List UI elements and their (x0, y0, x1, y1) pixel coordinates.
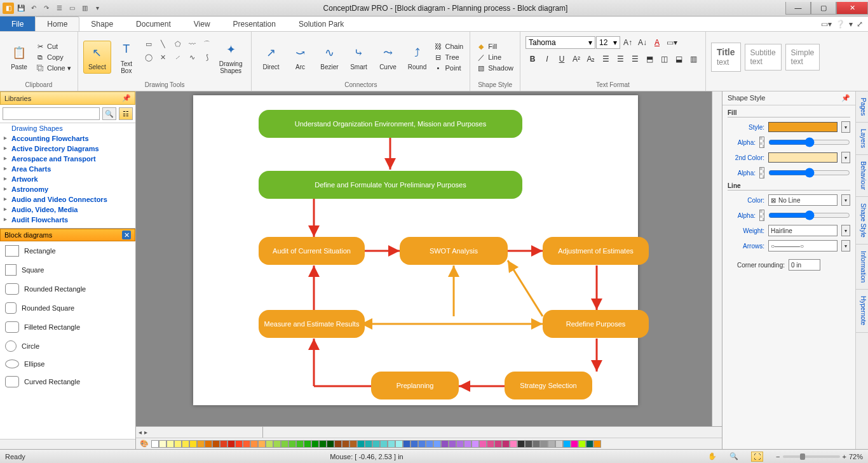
qat-undo-icon[interactable]: ↶ (28, 3, 39, 14)
page-tabs[interactable]: ◂▸ (136, 427, 263, 438)
color-swatch[interactable] (517, 440, 525, 448)
color-swatch[interactable] (563, 440, 571, 448)
direct-connector[interactable]: ↗Direct (257, 41, 285, 73)
lib-audio-video-media[interactable]: Audio, Video, Media (0, 205, 135, 215)
copy-button[interactable]: ⧉Copy (34, 52, 72, 62)
tool-arc2[interactable]: ⌒ (200, 37, 214, 50)
shadow-button[interactable]: ▧Shadow (475, 63, 515, 73)
fill-style-dd[interactable]: ▾ (841, 121, 850, 133)
underline-button[interactable]: U (555, 52, 569, 66)
font-color[interactable]: A (650, 36, 664, 50)
second-alpha-slider[interactable] (759, 167, 764, 178)
help-icon[interactable]: ❔ (836, 20, 845, 29)
color-swatch[interactable] (418, 440, 426, 448)
shape-square[interactable]: Square (0, 260, 135, 279)
file-tab[interactable]: File (0, 17, 35, 31)
color-swatch[interactable] (288, 440, 296, 448)
close-section-icon[interactable]: ✕ (122, 231, 131, 239)
search-button[interactable]: 🔍 (102, 107, 116, 120)
text-box-tool[interactable]: TText Box (112, 38, 140, 77)
qat-save-icon[interactable]: 💾 (15, 3, 27, 14)
collapse-ribbon-icon[interactable]: ▾ (849, 20, 853, 29)
lib-aerospace[interactable]: Aerospace and Transport (0, 154, 135, 164)
tab-solution-park[interactable]: Solution Park (287, 17, 355, 31)
maximize-button[interactable]: ▢ (811, 2, 836, 15)
color-swatch[interactable] (197, 440, 205, 448)
qat-btn-5[interactable]: ☰ (53, 3, 65, 14)
color-swatch[interactable] (266, 440, 273, 448)
color-swatch[interactable] (593, 440, 601, 448)
arc-connector[interactable]: ⤻Arc (286, 41, 314, 73)
node-define[interactable]: Define and Formulate Your Preliminary Pu… (259, 171, 522, 199)
color-swatch[interactable] (311, 440, 319, 448)
round-connector[interactable]: ⤴Round (403, 41, 431, 73)
zoom-slider[interactable] (783, 455, 840, 458)
color-swatch[interactable] (571, 440, 578, 448)
weight-dd[interactable]: ▾ (841, 225, 850, 236)
side-tab-hypernote[interactable]: Hypernote (856, 290, 868, 332)
shape-rounded-rectangle[interactable]: Rounded Rectangle (0, 279, 135, 299)
tab-view[interactable]: View (182, 17, 222, 31)
color-swatch[interactable] (227, 440, 235, 448)
shape-filleted-rectangle[interactable]: Filleted Rectangle (0, 318, 135, 337)
window-list-icon[interactable]: ▭▾ (821, 20, 832, 29)
color-swatch[interactable] (426, 440, 433, 448)
preset-title[interactable]: Titletext (711, 43, 741, 71)
grow-font[interactable]: A↑ (621, 36, 635, 50)
tool-ellipse[interactable]: ◯ (142, 51, 156, 64)
color-swatch[interactable] (525, 440, 532, 448)
line-color-dd[interactable]: ▾ (841, 194, 850, 206)
drawing-shapes-button[interactable]: ✦Drawing Shapes (215, 38, 247, 77)
horizontal-scrollbar[interactable] (263, 427, 722, 438)
color-swatch[interactable] (342, 440, 349, 448)
corner-rounding-field[interactable]: 0 in (789, 259, 820, 271)
qat-redo-icon[interactable]: ↷ (41, 3, 52, 14)
font-size-combo[interactable]: 12▾ (596, 36, 620, 49)
tool-bez[interactable]: ∿ (186, 51, 200, 64)
tool-seg[interactable]: ⟋ (171, 51, 185, 64)
color-swatch[interactable] (502, 440, 510, 448)
select-tool[interactable]: ↖Select (83, 41, 111, 74)
tab-home[interactable]: Home (35, 17, 79, 31)
color-swatch[interactable] (388, 440, 395, 448)
clone-button[interactable]: ⿻Clone ▾ (34, 63, 72, 73)
cut-button[interactable]: ✂Cut (34, 41, 72, 51)
color-swatch[interactable] (410, 440, 418, 448)
color-swatch[interactable] (205, 440, 212, 448)
color-swatch[interactable] (174, 440, 182, 448)
bold-button[interactable]: B (526, 52, 539, 66)
node-adjustment[interactable]: Adjustment of Estimates (543, 237, 649, 265)
color-swatch[interactable] (456, 440, 464, 448)
tool-poly[interactable]: ⬠ (171, 37, 185, 50)
align-right[interactable]: ☰ (628, 52, 642, 66)
second-color-dd[interactable]: ▾ (841, 152, 850, 163)
color-swatch[interactable] (372, 440, 380, 448)
fill-style-swatch[interactable] (768, 122, 837, 132)
color-swatch[interactable] (586, 440, 593, 448)
smart-connector[interactable]: ⤷Smart (344, 41, 372, 73)
tab-document[interactable]: Document (125, 17, 182, 31)
color-swatch[interactable] (159, 440, 166, 448)
color-swatch[interactable] (510, 440, 517, 448)
vertical-scrollbar[interactable] (712, 91, 722, 426)
color-swatch[interactable] (220, 440, 227, 448)
color-swatch[interactable] (449, 440, 456, 448)
color-swatch[interactable] (319, 440, 327, 448)
shrink-font[interactable]: A↓ (635, 36, 649, 50)
color-swatch[interactable] (258, 440, 266, 448)
highlight[interactable]: ▭▾ (665, 36, 679, 50)
shape-curved-rectangle[interactable]: Curved Rectangle (0, 372, 135, 391)
color-swatch[interactable] (250, 440, 258, 448)
library-list[interactable]: Drawing Shapes Accounting Flowcharts Act… (0, 123, 135, 229)
color-swatch[interactable] (243, 440, 250, 448)
pin-icon[interactable]: 📌 (122, 94, 131, 102)
node-audit[interactable]: Audit of Current Situation (259, 237, 365, 265)
view-toggle[interactable]: ☷ (119, 107, 133, 120)
color-swatch[interactable] (464, 440, 471, 448)
color-swatch[interactable] (532, 440, 540, 448)
library-search-input[interactable] (3, 107, 100, 120)
node-measure[interactable]: Measure and Estimate Results (259, 310, 365, 338)
zoom-out-button[interactable]: − (776, 453, 780, 460)
distribute-h[interactable]: ▥ (686, 52, 700, 66)
font-family-combo[interactable]: Tahoma▾ (526, 36, 595, 49)
